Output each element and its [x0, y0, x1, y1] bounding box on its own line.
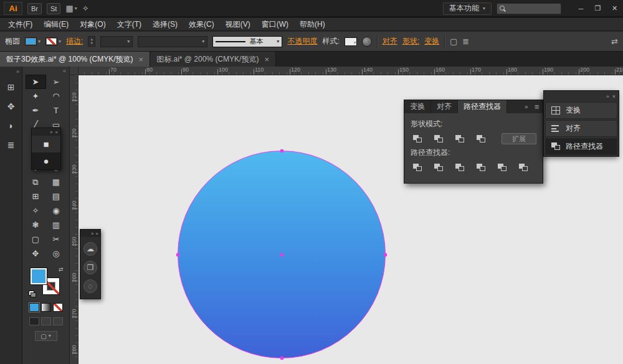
- hand-tool[interactable]: ✥: [26, 246, 46, 261]
- collapse-panel-icon[interactable]: »: [521, 100, 531, 113]
- touch-workspace-icon[interactable]: ✧: [82, 4, 89, 13]
- stroke-weight-stepper[interactable]: ▴▾: [88, 36, 95, 47]
- shapes-panel-icon[interactable]: ❐: [83, 261, 97, 274]
- close-icon[interactable]: ×: [55, 129, 58, 135]
- rectangle-tool-button[interactable]: ■: [32, 136, 60, 152]
- collapse-dock-icon[interactable]: »: [606, 93, 609, 100]
- artboard-tool[interactable]: ▢: [26, 232, 46, 246]
- shape-link[interactable]: 形状:: [402, 36, 419, 47]
- screen-mode-button[interactable]: ▢ ▾: [35, 331, 57, 341]
- arrange-documents-icon[interactable]: ▦ ▾: [65, 4, 77, 13]
- shape-builder-tool[interactable]: ⧉: [26, 175, 46, 189]
- minimize-button[interactable]: ─: [573, 0, 589, 17]
- ruler-origin[interactable]: [70, 67, 78, 75]
- select-options-icon[interactable]: ≣: [462, 37, 469, 46]
- recolor-artwork-icon[interactable]: [362, 37, 372, 47]
- swatches-panel-icon[interactable]: ⊞: [3, 80, 19, 94]
- draw-normal-button[interactable]: [29, 317, 39, 325]
- column-graph-tool[interactable]: ▥: [46, 218, 67, 232]
- workspace-switcher-button[interactable]: 基本功能 ▾: [443, 2, 492, 15]
- eyedropper-tool[interactable]: ✧: [26, 203, 46, 218]
- zoom-tool[interactable]: ◎: [46, 246, 67, 261]
- intersect-button[interactable]: [453, 133, 467, 144]
- pathfinder-tab-2[interactable]: 路径查找器: [458, 100, 507, 113]
- isolate-mode-icon[interactable]: ▢: [450, 37, 457, 46]
- control-panel-toggle-icon[interactable]: ⇄: [611, 37, 618, 46]
- minus-back-button[interactable]: [516, 162, 530, 173]
- menu-object[interactable]: 对象(O): [74, 17, 111, 31]
- slice-tool[interactable]: ✂: [46, 232, 67, 246]
- style-dropdown[interactable]: ▾: [345, 37, 357, 46]
- type-tool[interactable]: T: [46, 103, 67, 118]
- panel-menu-icon[interactable]: ≣: [531, 100, 543, 113]
- stroke-weight-dropdown[interactable]: ▾: [100, 36, 133, 47]
- document-tab-icon[interactable]: 图标.ai* @ 200% (CMYK/预览)×: [150, 52, 276, 67]
- default-fill-stroke-icon[interactable]: [29, 291, 36, 297]
- tab-close-icon[interactable]: ×: [139, 55, 144, 64]
- stroke-panel-link[interactable]: 描边:: [66, 36, 83, 47]
- divide-button[interactable]: [411, 162, 424, 173]
- selection-tool[interactable]: ➤: [26, 75, 46, 89]
- blend-tool[interactable]: ◉: [46, 203, 67, 218]
- minus-front-button[interactable]: [432, 133, 445, 144]
- color-button[interactable]: [29, 303, 39, 312]
- swap-fill-stroke-icon[interactable]: ⇄: [59, 266, 64, 273]
- outline-button[interactable]: [495, 162, 509, 173]
- draw-behind-button[interactable]: [41, 317, 51, 325]
- search-box[interactable]: [497, 3, 561, 14]
- collapse-tools-icon[interactable]: «: [63, 68, 66, 74]
- fill-swatch[interactable]: [30, 268, 47, 285]
- pathfinder-tab-0[interactable]: 变换: [404, 100, 431, 113]
- anchor-left[interactable]: [176, 253, 179, 256]
- tab-close-icon[interactable]: ×: [264, 55, 269, 64]
- tearoff-icon[interactable]: »: [91, 231, 93, 236]
- direct-selection-tool[interactable]: ➢: [46, 75, 67, 89]
- brushes-panel-icon[interactable]: ✥: [3, 100, 19, 113]
- cc-libraries-icon[interactable]: ☁: [83, 242, 97, 256]
- anchor-right[interactable]: [384, 253, 387, 256]
- ruler-horizontal[interactable]: 7080901001101201301401501601701801902002…: [70, 67, 623, 75]
- anchor-top[interactable]: [280, 149, 283, 152]
- none-button[interactable]: [53, 303, 63, 312]
- center-point[interactable]: [280, 253, 283, 256]
- search-input[interactable]: [508, 5, 561, 12]
- fill-color-swatch[interactable]: ▾: [25, 37, 40, 45]
- menu-file[interactable]: 文件(F): [2, 17, 38, 31]
- draw-inside-button[interactable]: [53, 317, 63, 325]
- gradient-button[interactable]: [41, 303, 51, 312]
- tearoff-icon[interactable]: »: [50, 129, 52, 135]
- stock-button[interactable]: St: [47, 3, 60, 14]
- pathfinder-tab-1[interactable]: 对齐: [431, 100, 458, 113]
- exclude-button[interactable]: [474, 133, 488, 144]
- lasso-tool[interactable]: ◠: [46, 89, 67, 103]
- document-tab-dice[interactable]: 骰子3D效果.ai* @ 100% (CMYK/预览)×: [0, 52, 150, 67]
- menu-select[interactable]: 选择(S): [147, 17, 183, 31]
- ruler-vertical[interactable]: 210220230240250260270280: [70, 75, 78, 364]
- dock-item-align[interactable]: 对齐: [545, 120, 617, 137]
- expand-button[interactable]: 扩展: [502, 133, 536, 144]
- close-icon[interactable]: ×: [612, 93, 616, 100]
- perspective-grid-tool[interactable]: ▦: [46, 175, 67, 189]
- expand-dock-icon[interactable]: »: [16, 68, 19, 75]
- close-button[interactable]: ✕: [606, 0, 623, 17]
- menu-view[interactable]: 视图(V): [220, 17, 256, 31]
- layers-panel-icon[interactable]: ≣: [3, 138, 19, 152]
- crop-button[interactable]: [474, 162, 488, 173]
- magic-wand-tool[interactable]: ✦: [26, 89, 46, 103]
- menu-help[interactable]: 帮助(H): [294, 17, 331, 31]
- unite-button[interactable]: [411, 133, 424, 144]
- stroke-color-swatch[interactable]: ▾: [45, 37, 61, 45]
- close-icon[interactable]: ×: [95, 231, 98, 236]
- transform-link[interactable]: 变换: [424, 36, 439, 47]
- brush-definition-dropdown[interactable]: ▾: [138, 36, 207, 47]
- stroke-style-dropdown[interactable]: 基本▾: [212, 36, 282, 47]
- ellipse-tool-button[interactable]: ●: [32, 152, 60, 169]
- menu-effect[interactable]: 效果(C): [183, 17, 220, 31]
- pen-tool[interactable]: ✒: [26, 103, 46, 118]
- anchor-bottom[interactable]: [280, 357, 283, 360]
- symbol-sprayer-tool[interactable]: ❃: [26, 218, 46, 232]
- color-guide-icon[interactable]: ◌: [83, 279, 97, 293]
- align-link[interactable]: 对齐: [383, 36, 397, 47]
- trim-button[interactable]: [432, 162, 445, 173]
- bridge-button[interactable]: Br: [27, 3, 42, 14]
